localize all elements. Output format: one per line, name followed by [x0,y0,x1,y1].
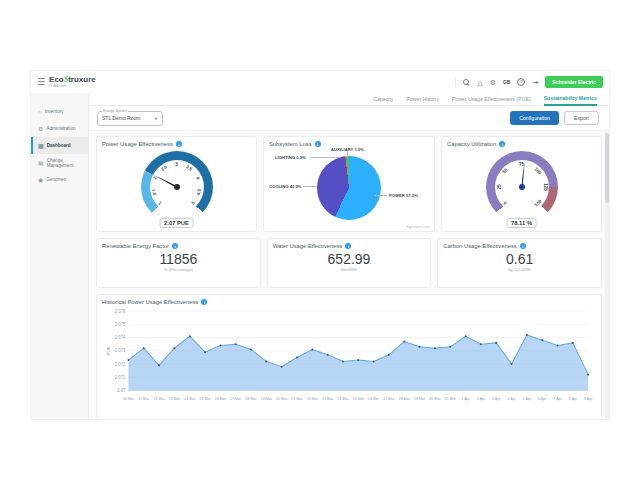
card-title-text: Water Usage Effectiveness [273,243,343,249]
leader-line [311,157,341,158]
svg-text:2.074: 2.074 [115,335,126,340]
export-button[interactable]: Export [564,111,599,125]
svg-text:11 Mar: 11 Mar [138,397,150,401]
svg-text:7 Apr: 7 Apr [553,397,562,401]
svg-text:22 Mar: 22 Mar [307,397,319,401]
main-area: Capacity Power History Power Usage Effec… [89,93,609,419]
info-icon[interactable]: i [520,243,526,249]
subsystem-loss-pie: AUXILIARY 1.0% LIGHTING 0.9% COOLING 40.… [269,147,429,227]
info-icon[interactable]: i [172,243,178,249]
svg-text:15 Mar: 15 Mar [199,397,211,401]
sidebar-item-inventory[interactable]: ○ Inventory [31,103,88,120]
svg-text:2.072: 2.072 [115,362,126,367]
card-water-usage-effectiveness: Water Usage Effectiveness i 652.99 liter… [267,238,432,288]
svg-text:30 Mar: 30 Mar [429,397,441,401]
energy-system-select[interactable]: Energy System STL Demo Room ▼ [97,111,163,126]
inventory-icon: ○ [38,109,42,115]
pue-gauge-value: 2.07 PUE [159,218,194,228]
svg-text:20 Mar: 20 Mar [276,397,288,401]
pie-label-power: POWER 57.2% [389,193,418,198]
header-divider [455,77,456,87]
configuration-button[interactable]: Configuration [510,111,559,125]
gauge-hub [519,184,525,190]
carbon-usage-effectiveness-unit: kg CO₂/kWh [443,267,596,272]
renewable-energy-factor-unit: % (Percentage) [102,267,255,272]
sidebar-item-change-management[interactable]: ▤ Change Management [31,154,88,171]
tab-power-history[interactable]: Power History [406,96,438,105]
svg-text:17 Mar: 17 Mar [230,397,242,401]
carbon-usage-effectiveness-value: 0.61 [443,252,596,267]
chevron-down-icon: ▼ [154,116,158,121]
app-window: ☰ EcoStruxure IT Advisor △ ⚙ GB ? ⇥ Schn… [30,70,610,420]
highcharts-credit[interactable]: Highcharts.com [406,225,430,229]
svg-text:5 Apr: 5 Apr [523,397,532,401]
svg-text:14 Mar: 14 Mar [184,397,196,401]
energy-system-value: STL Demo Room [102,115,140,121]
administration-icon: ⚙ [38,125,43,132]
dashboard-tabs: Capacity Power History Power Usage Effec… [89,93,609,106]
sidebar-item-dashboard[interactable]: ▦ Dashboard [31,137,88,154]
alerts-icon[interactable]: △ [477,79,482,86]
svg-text:18 Mar: 18 Mar [245,397,257,401]
svg-text:8 Apr: 8 Apr [569,397,578,401]
capacity-gauge-value: 78.11 % [506,218,537,228]
vertical-scrollbar[interactable] [605,131,609,419]
leader-line [303,186,317,187]
scrollbar-thumb[interactable] [605,133,609,203]
svg-text:31 Mar: 31 Mar [445,397,457,401]
top-bar: ☰ EcoStruxure IT Advisor △ ⚙ GB ? ⇥ Schn… [31,71,609,93]
pie-label-cooling: COOLING 40.9% [269,184,302,189]
hamburger-menu-icon[interactable]: ☰ [37,77,45,87]
sidebar-item-label: Dashboard [47,143,71,148]
card-renewable-energy-factor: Renewable Energy Factor i 11856 % (Perce… [96,238,261,288]
gauge-tick: 25 [496,184,501,189]
settings-icon[interactable]: ⚙ [490,79,496,86]
water-usage-effectiveness-unit: liter/kWh [273,267,426,272]
tab-capacity[interactable]: Capacity [373,96,393,105]
svg-text:2.076: 2.076 [115,309,126,314]
card-capacity-utilization: Capacity Utilization i 0 25 50 75 100 12… [441,136,602,232]
historical-pue-area-chart: 2.072.0712.0722.0732.0742.0752.07610 Mar… [102,305,596,417]
svg-text:21 Mar: 21 Mar [291,397,303,401]
card-carbon-usage-effectiveness: Carbon Usage Effectiveness i 0.61 kg CO₂… [437,238,602,288]
sidebar-item-label: Genomes [46,177,66,182]
dashboard-icon: ▦ [38,142,44,149]
renewable-energy-factor-value: 11856 [102,252,255,267]
gauge-tick: 75 [519,162,524,167]
gauge-hub [174,184,180,190]
pie-chart [317,156,381,220]
language-selector[interactable]: GB [503,79,511,85]
app-logo: ☰ EcoStruxure IT Advisor [37,76,96,89]
schneider-electric-button[interactable]: Schneider Electric [545,76,603,88]
card-title-text: Renewable Energy Factor [102,243,169,249]
svg-text:4 Apr: 4 Apr [507,397,516,401]
svg-text:2.07: 2.07 [117,388,126,393]
card-subsystem-loss: Subsystem Loss i AUXILIARY 1.0% LIGHTING… [263,136,435,232]
info-icon[interactable]: i [345,243,351,249]
pie-label-lighting: LIGHTING 0.9% [275,155,306,160]
card-title-text: Carbon Usage Effectiveness [443,243,516,249]
svg-text:19 Mar: 19 Mar [261,397,273,401]
tab-power-usage-effectiveness[interactable]: Power Usage Effectiveness (PUE) [452,96,531,105]
svg-text:3 Apr: 3 Apr [492,397,501,401]
svg-text:2.071: 2.071 [115,375,126,380]
sidebar-item-label: Inventory [45,109,64,114]
search-icon[interactable] [463,79,470,86]
sidebar-item-label: Administration [46,126,75,131]
svg-text:27 Mar: 27 Mar [383,397,395,401]
svg-text:29 Mar: 29 Mar [414,397,426,401]
help-icon[interactable]: ? [517,78,525,86]
svg-text:6 Apr: 6 Apr [538,397,547,401]
gauge-tick: 1.5 [151,188,157,195]
tab-sustainability-metrics[interactable]: Sustainability Metrics [544,95,597,106]
sidebar-item-genomes[interactable]: ◉ Genomes [31,171,88,188]
toolbar: Energy System STL Demo Room ▼ Configurat… [89,106,609,130]
svg-text:2 Apr: 2 Apr [477,397,486,401]
sidebar-item-label: Change Management [47,158,88,168]
energy-system-label: Energy System [102,109,128,113]
svg-text:25 Mar: 25 Mar [353,397,365,401]
svg-text:23 Mar: 23 Mar [322,397,334,401]
change-management-icon: ▤ [38,159,44,166]
sidebar-item-administration[interactable]: ⚙ Administration [31,120,88,137]
logout-icon[interactable]: ⇥ [532,79,538,86]
